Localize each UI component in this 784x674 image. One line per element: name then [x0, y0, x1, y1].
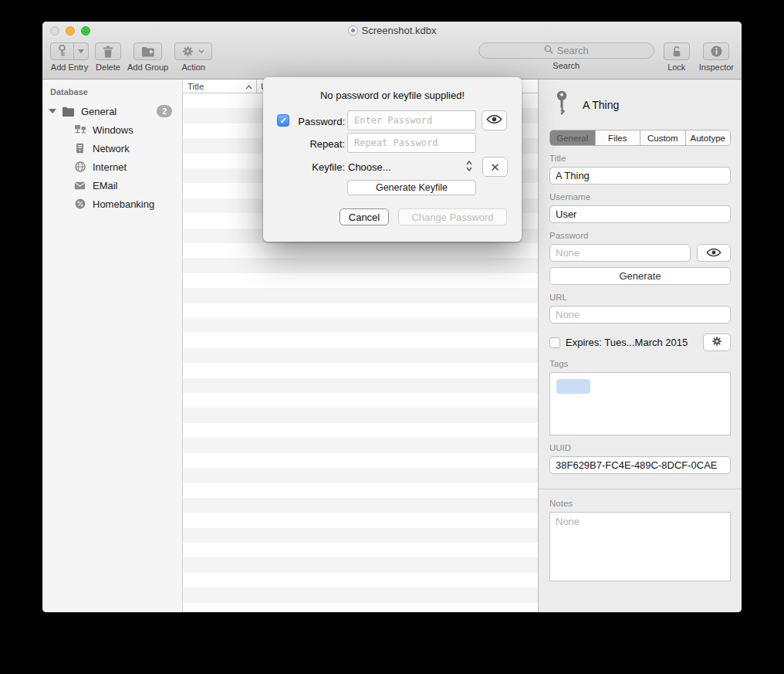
sidebar-item-network[interactable]: Network — [42, 139, 182, 157]
clear-keyfile-button[interactable]: ✕ — [482, 157, 508, 177]
username-label: Username — [549, 192, 731, 202]
add-group-button[interactable] — [133, 42, 162, 60]
change-password-dialog: No password or keyfile supplied! Passwor… — [263, 77, 522, 242]
popup-stepper-icon[interactable] — [465, 159, 473, 176]
dialog-keyfile-label: Keyfile: — [263, 161, 345, 173]
title-field[interactable] — [549, 167, 731, 185]
entry-count-badge: 2 — [157, 105, 172, 117]
dialog-password-label: Password: — [263, 116, 345, 127]
inspector-panel: A Thing General Files Custom Autotype Ti… — [538, 80, 742, 612]
add-entry-dropdown[interactable] — [74, 43, 88, 59]
reveal-password-button[interactable] — [697, 244, 731, 262]
tags-label: Tags — [549, 359, 731, 368]
tab-files[interactable]: Files — [596, 130, 641, 145]
uuid-label: UUID — [549, 443, 731, 452]
envelope-icon — [73, 181, 86, 190]
url-label: URL — [549, 293, 731, 302]
column-header-title[interactable]: Title — [183, 80, 257, 93]
dialog-repeat-label: Repeat: — [263, 138, 345, 150]
chevron-down-icon — [198, 49, 204, 53]
workgroup-icon — [73, 124, 86, 135]
sidebar-item-label: General — [81, 106, 117, 117]
sidebar-item-homebanking[interactable]: Homebanking — [42, 195, 182, 213]
search-label: Search — [553, 61, 580, 70]
sidebar-item-label: Homebanking — [93, 198, 154, 210]
toolbar: Add Entry Delete A — [42, 39, 742, 79]
folder-icon — [62, 107, 75, 117]
expires-label: Expires: Tues...March 2015 — [566, 337, 688, 348]
close-icon: ✕ — [490, 161, 500, 173]
notes-field[interactable] — [549, 512, 731, 581]
percent-icon — [73, 198, 86, 209]
dialog-reveal-password-button[interactable] — [482, 110, 507, 130]
titlebar: Screenshot.kdbx — [42, 25, 742, 36]
inspector-label: Inspector — [699, 63, 734, 72]
tab-general[interactable]: General — [550, 130, 596, 145]
url-field[interactable] — [549, 306, 731, 323]
delete-label: Delete — [96, 63, 120, 72]
lock-label: Lock — [667, 63, 685, 72]
delete-button[interactable] — [95, 42, 121, 60]
change-password-button[interactable]: Change Password — [398, 208, 507, 225]
sort-ascending-icon — [245, 82, 252, 91]
trash-icon — [103, 46, 113, 58]
tab-custom[interactable]: Custom — [640, 130, 686, 145]
sidebar-item-email[interactable]: EMail — [42, 176, 182, 195]
sidebar-item-label: Network — [93, 143, 130, 154]
cancel-button[interactable]: Cancel — [340, 208, 389, 225]
generate-keyfile-button[interactable]: Generate Keyfile — [347, 180, 476, 195]
entry-title: A Thing — [583, 99, 619, 111]
eye-icon — [486, 113, 502, 127]
tags-field[interactable] — [549, 372, 731, 435]
unlock-icon — [671, 46, 682, 58]
lock-button[interactable] — [664, 42, 690, 60]
password-field[interactable] — [549, 244, 691, 262]
username-field[interactable] — [549, 205, 731, 223]
window-title: Screenshot.kdbx — [362, 25, 437, 36]
enter-password-field[interactable] — [347, 110, 476, 130]
server-icon — [73, 143, 86, 154]
generate-password-button[interactable]: Generate — [549, 267, 731, 285]
document-icon — [348, 25, 358, 36]
info-icon — [711, 46, 722, 57]
eye-icon — [706, 246, 721, 260]
sidebar: Database General 2 Windows Network — [42, 80, 183, 612]
gear-icon — [711, 336, 722, 350]
sidebar-header: Database — [42, 84, 182, 102]
expires-checkbox[interactable] — [549, 337, 560, 348]
inspector-button[interactable] — [703, 42, 729, 60]
sidebar-item-general[interactable]: General 2 — [42, 102, 182, 120]
window-header: Screenshot.kdbx Add Entry — [42, 22, 742, 80]
globe-icon — [73, 161, 86, 172]
search-icon — [544, 45, 553, 56]
sidebar-item-label: Windows — [93, 124, 133, 136]
sidebar-item-label: EMail — [93, 180, 118, 191]
search-placeholder: Search — [557, 45, 589, 56]
key-icon — [554, 90, 569, 119]
notes-label: Notes — [549, 499, 731, 508]
add-entry-label: Add Entry — [51, 63, 88, 72]
key-plus-icon — [51, 43, 74, 59]
action-button[interactable] — [174, 42, 212, 60]
tag-token[interactable] — [556, 379, 590, 394]
sidebar-item-internet[interactable]: Internet — [42, 157, 182, 176]
sidebar-item-windows[interactable]: Windows — [42, 120, 182, 139]
search-input[interactable]: Search — [478, 42, 654, 59]
gear-icon — [182, 46, 194, 57]
uuid-field[interactable] — [549, 456, 731, 474]
app-window: Screenshot.kdbx Add Entry — [42, 22, 742, 612]
password-label: Password — [549, 231, 731, 240]
repeat-password-field[interactable] — [347, 133, 476, 153]
dialog-message: No password or keyfile supplied! — [263, 90, 522, 101]
add-group-label: Add Group — [127, 63, 168, 72]
expires-options-button[interactable] — [703, 334, 731, 351]
tab-autotype[interactable]: Autotype — [686, 130, 731, 145]
inspector-tabs: General Files Custom Autotype — [549, 130, 731, 146]
action-label: Action — [181, 63, 205, 72]
folder-plus-icon — [141, 46, 154, 57]
title-label: Title — [549, 154, 731, 163]
sidebar-item-label: Internet — [93, 161, 127, 173]
add-entry-button[interactable] — [50, 42, 89, 60]
disclosure-triangle-icon[interactable] — [49, 109, 56, 113]
keyfile-popup[interactable]: Choose... — [348, 161, 391, 173]
